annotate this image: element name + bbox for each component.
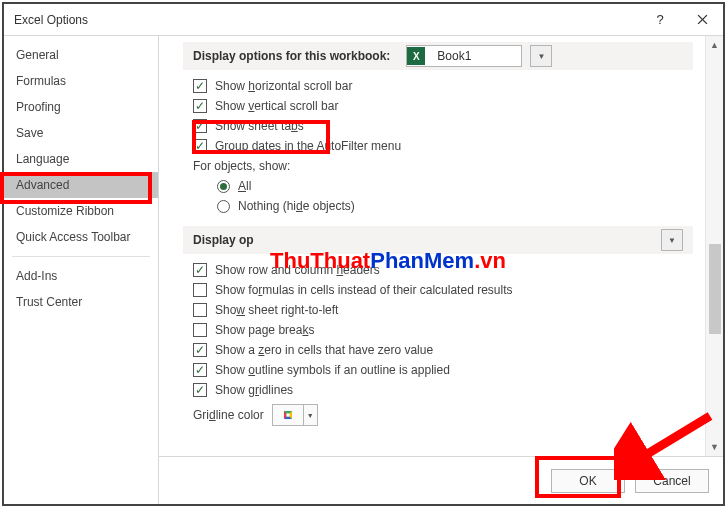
- excel-icon: X: [407, 47, 425, 65]
- section-display-workbook: Display options for this workbook: X Boo…: [183, 42, 693, 70]
- excel-options-dialog: Excel Options ? General Formulas Proofin…: [2, 2, 725, 506]
- chevron-down-icon[interactable]: ▼: [530, 45, 552, 67]
- scroll-up-icon[interactable]: ▲: [710, 36, 719, 54]
- sidebar-item-proofing[interactable]: Proofing: [4, 94, 158, 120]
- scrollbar-thumb[interactable]: [709, 244, 721, 334]
- gridline-color-button[interactable]: [272, 404, 304, 426]
- workbook-dropdown[interactable]: X Book1 ▼: [398, 45, 552, 67]
- worksheet-dropdown[interactable]: ▼: [653, 229, 683, 251]
- chevron-down-icon[interactable]: ▼: [661, 229, 683, 251]
- checkbox-rtl[interactable]: Show sheet right-to-left: [183, 300, 693, 320]
- sidebar-item-customize-ribbon[interactable]: Customize Ribbon: [4, 198, 158, 224]
- checkbox-sheet-tabs[interactable]: Show sheet tabs: [183, 116, 693, 136]
- section-display-workbook-label: Display options for this workbook:: [193, 49, 390, 63]
- sidebar-item-language[interactable]: Language: [4, 146, 158, 172]
- checkbox-outline[interactable]: Show outline symbols if an outline is ap…: [183, 360, 693, 380]
- sidebar-item-trust-center[interactable]: Trust Center: [4, 289, 158, 315]
- checkbox-autofilter-dates[interactable]: Group dates in the AutoFilter menu: [183, 136, 693, 156]
- color-swatch-icon: [284, 411, 292, 419]
- checkbox-gridlines[interactable]: Show gridlines: [183, 380, 693, 400]
- checkbox-headers[interactable]: Show row and column headers: [183, 260, 693, 280]
- chevron-down-icon[interactable]: ▼: [304, 404, 318, 426]
- checkbox-zero[interactable]: Show a zero in cells that have zero valu…: [183, 340, 693, 360]
- vertical-scrollbar[interactable]: ▲ ▼: [705, 36, 723, 456]
- checkbox-formulas[interactable]: Show formulas in cells instead of their …: [183, 280, 693, 300]
- sidebar-item-save[interactable]: Save: [4, 120, 158, 146]
- ok-button[interactable]: OK: [551, 469, 625, 493]
- titlebar: Excel Options ?: [4, 4, 723, 36]
- scroll-down-icon[interactable]: ▼: [710, 438, 719, 456]
- checkbox-vscroll[interactable]: Show vertical scroll bar: [183, 96, 693, 116]
- radio-all[interactable]: All: [183, 176, 693, 196]
- checkbox-page-breaks[interactable]: Show page breaks: [183, 320, 693, 340]
- workbook-name: Book1: [429, 49, 521, 63]
- sidebar-separator: [12, 256, 150, 257]
- radio-nothing[interactable]: Nothing (hide objects): [183, 196, 693, 216]
- checkbox-hscroll[interactable]: Show horizontal scroll bar: [183, 76, 693, 96]
- gridline-color-row: Gridline color ▼: [183, 400, 693, 426]
- sidebar-item-qat[interactable]: Quick Access Toolbar: [4, 224, 158, 250]
- sidebar-item-general[interactable]: General: [4, 42, 158, 68]
- sidebar-item-advanced[interactable]: Advanced: [4, 172, 158, 198]
- sidebar-item-formulas[interactable]: Formulas: [4, 68, 158, 94]
- category-sidebar: General Formulas Proofing Save Language …: [4, 36, 159, 504]
- section-display-worksheet: Display op ▼: [183, 226, 693, 254]
- content-pane: Display options for this workbook: X Boo…: [159, 36, 723, 504]
- dialog-footer: OK Cancel: [159, 456, 723, 504]
- window-title: Excel Options: [4, 13, 639, 27]
- section-display-worksheet-label: Display op: [193, 233, 254, 247]
- close-button[interactable]: [681, 4, 723, 36]
- label-for-objects: For objects, show:: [183, 156, 693, 176]
- help-button[interactable]: ?: [639, 4, 681, 36]
- cancel-button[interactable]: Cancel: [635, 469, 709, 493]
- sidebar-item-addins[interactable]: Add-Ins: [4, 263, 158, 289]
